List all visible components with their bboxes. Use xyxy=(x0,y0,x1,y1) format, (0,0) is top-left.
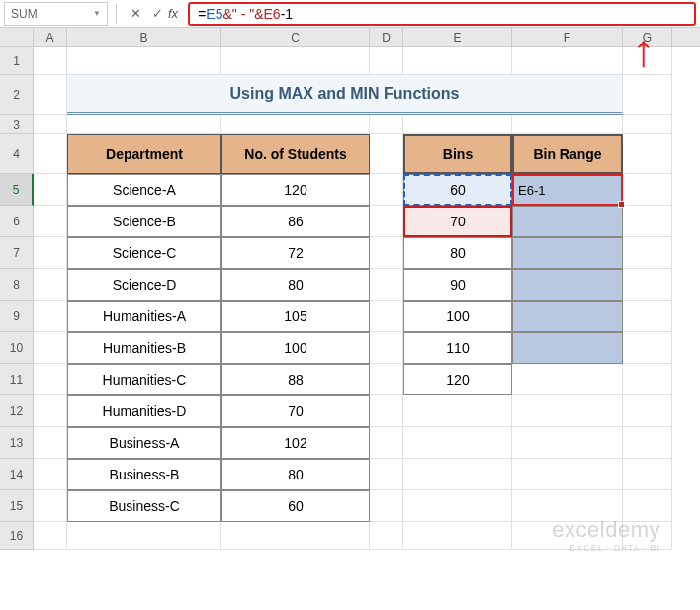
cell[interactable] xyxy=(370,115,403,134)
row-header-15[interactable]: 15 xyxy=(0,490,34,522)
dept-students[interactable]: 70 xyxy=(221,395,370,427)
cell[interactable] xyxy=(623,459,672,490)
cell[interactable] xyxy=(403,459,512,490)
dept-name[interactable]: Science-B xyxy=(67,206,221,237)
confirm-button[interactable]: ✓ xyxy=(146,3,168,25)
col-header-B[interactable]: B xyxy=(67,28,221,46)
cell[interactable] xyxy=(370,269,403,301)
dept-name[interactable]: Business-A xyxy=(67,427,221,459)
dept-students[interactable]: 86 xyxy=(221,206,370,237)
binrange-cell[interactable] xyxy=(512,269,623,301)
cell[interactable] xyxy=(370,364,403,395)
cell[interactable] xyxy=(34,395,67,427)
row-header-11[interactable]: 11 xyxy=(0,364,34,395)
row-header-1[interactable]: 1 xyxy=(0,47,34,75)
dept-students[interactable]: 120 xyxy=(221,174,370,206)
row-header-10[interactable]: 10 xyxy=(0,332,34,364)
cell[interactable] xyxy=(623,269,672,301)
cell[interactable] xyxy=(370,522,403,550)
bin-value[interactable]: 120 xyxy=(403,364,512,395)
col-header-E[interactable]: E xyxy=(403,28,512,46)
cell[interactable] xyxy=(512,47,623,75)
row-header-7[interactable]: 7 xyxy=(0,237,34,269)
cell[interactable] xyxy=(370,206,403,237)
cell[interactable] xyxy=(623,174,672,206)
row-header-9[interactable]: 9 xyxy=(0,301,34,332)
title-cell[interactable]: Using MAX and MIN Functions xyxy=(67,75,623,115)
cell[interactable] xyxy=(403,427,512,459)
cell[interactable] xyxy=(512,364,623,395)
col-header-F[interactable]: F xyxy=(512,28,623,46)
cell[interactable] xyxy=(34,522,67,550)
cell[interactable] xyxy=(67,47,221,75)
cell[interactable] xyxy=(34,301,67,332)
row-header-12[interactable]: 12 xyxy=(0,395,34,427)
cell[interactable] xyxy=(67,522,221,550)
cell[interactable] xyxy=(623,206,672,237)
bin-value[interactable]: 90 xyxy=(403,269,512,301)
dept-name[interactable]: Business-B xyxy=(67,459,221,490)
row-header-4[interactable]: 4 xyxy=(0,134,34,174)
cell[interactable] xyxy=(370,301,403,332)
dept-name[interactable]: Science-C xyxy=(67,237,221,269)
students-header[interactable]: No. of Students xyxy=(221,134,370,174)
bin-value[interactable]: 80 xyxy=(403,237,512,269)
cell[interactable] xyxy=(370,174,403,206)
cell[interactable] xyxy=(623,75,672,115)
dept-students[interactable]: 72 xyxy=(221,237,370,269)
cell[interactable] xyxy=(34,134,67,174)
col-header-D[interactable]: D xyxy=(370,28,403,46)
cell[interactable] xyxy=(512,459,623,490)
dept-name[interactable]: Humanities-D xyxy=(67,395,221,427)
dept-students[interactable]: 100 xyxy=(221,332,370,364)
dept-name[interactable]: Humanities-A xyxy=(67,301,221,332)
cell[interactable] xyxy=(34,332,67,364)
cell[interactable] xyxy=(370,332,403,364)
dept-name[interactable]: Science-D xyxy=(67,269,221,301)
cell[interactable] xyxy=(623,364,672,395)
row-header-14[interactable]: 14 xyxy=(0,459,34,490)
cell[interactable] xyxy=(34,174,67,206)
cell[interactable] xyxy=(623,332,672,364)
cell[interactable] xyxy=(34,47,67,75)
cell[interactable] xyxy=(370,134,403,174)
cell[interactable] xyxy=(34,115,67,134)
row-header-6[interactable]: 6 xyxy=(0,206,34,237)
cell[interactable] xyxy=(221,115,370,134)
dept-students[interactable]: 88 xyxy=(221,364,370,395)
bin-value[interactable]: 110 xyxy=(403,332,512,364)
cell[interactable] xyxy=(221,47,370,75)
row-header-8[interactable]: 8 xyxy=(0,269,34,301)
col-header-A[interactable]: A xyxy=(34,28,67,46)
cancel-button[interactable]: ✕ xyxy=(125,3,146,25)
cell[interactable] xyxy=(403,522,512,550)
cell[interactable] xyxy=(512,427,623,459)
cell[interactable] xyxy=(34,364,67,395)
col-header-C[interactable]: C xyxy=(221,28,370,46)
cell[interactable] xyxy=(370,459,403,490)
cell[interactable] xyxy=(623,395,672,427)
cell[interactable] xyxy=(623,115,672,134)
bin-value[interactable]: 60 xyxy=(403,174,512,206)
dept-students[interactable]: 80 xyxy=(221,459,370,490)
fill-handle[interactable] xyxy=(618,201,625,208)
binrange-header[interactable]: Bin Range xyxy=(512,134,623,174)
cell[interactable] xyxy=(403,395,512,427)
binrange-cell[interactable] xyxy=(512,332,623,364)
dept-name[interactable]: Business-C xyxy=(67,490,221,522)
name-box-dropdown-icon[interactable]: ▼ xyxy=(93,9,101,18)
dept-students[interactable]: 60 xyxy=(221,490,370,522)
fx-icon[interactable]: fx xyxy=(168,6,178,21)
select-all-corner[interactable] xyxy=(0,28,34,46)
cell[interactable] xyxy=(221,522,370,550)
cell[interactable] xyxy=(34,269,67,301)
row-header-16[interactable]: 16 xyxy=(0,522,34,550)
binrange-cell[interactable] xyxy=(512,237,623,269)
bins-header[interactable]: Bins xyxy=(403,134,512,174)
cell[interactable] xyxy=(623,134,672,174)
cell[interactable] xyxy=(512,115,623,134)
dept-name[interactable]: Humanities-B xyxy=(67,332,221,364)
cell[interactable] xyxy=(403,115,512,134)
name-box[interactable]: SUM ▼ xyxy=(4,2,108,26)
cell[interactable] xyxy=(34,75,67,115)
